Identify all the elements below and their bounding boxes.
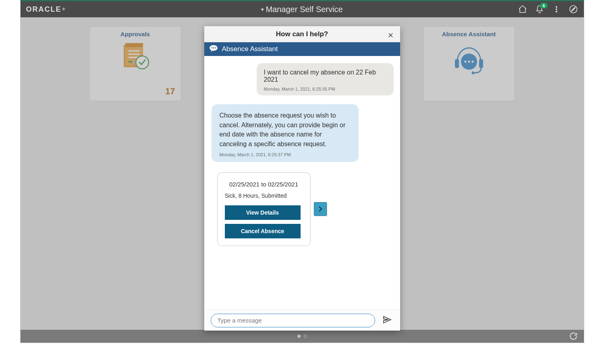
page-title-dropdown[interactable]: ▾Manager Self Service [21,5,584,14]
page-dot-active[interactable] [297,335,301,338]
chat-icon [209,45,218,54]
bot-message-text: Choose the absence request you wish to c… [220,111,351,149]
svg-point-25 [214,47,216,48]
registered-mark: ® [62,7,66,11]
home-icon[interactable] [518,4,527,14]
user-message: I want to cancel my absence on 22 Feb 20… [257,63,394,95]
bot-message: Choose the absence request you wish to c… [212,104,359,162]
svg-point-1 [556,9,557,10]
cancel-absence-button[interactable]: Cancel Absence [225,224,301,238]
notifications-icon[interactable]: 6 [535,4,544,14]
send-button[interactable] [381,313,394,327]
navigator-icon[interactable] [569,4,578,14]
absence-card: 02/25/2021 to 02/25/2021 Sick, 8 Hours, … [217,172,311,246]
topbar-actions: 6 [518,4,578,14]
svg-point-3 [570,6,577,13]
message-timestamp: Monday, March 1, 2021, 6:25:37 PM [220,152,351,157]
top-bar: ORACLE® ▾Manager Self Service 6 [21,1,584,17]
svg-point-2 [556,11,557,12]
next-card-button[interactable] [314,202,327,216]
svg-point-23 [211,47,212,48]
actions-menu-icon[interactable] [552,4,561,14]
user-message-text: I want to cancel my absence on 22 Feb 20… [264,69,386,83]
chevron-down-icon: ▾ [261,6,264,12]
absence-card-row: 02/25/2021 to 02/25/2021 Sick, 8 Hours, … [217,172,394,246]
view-details-button[interactable]: View Details [225,205,301,220]
page-title: Manager Self Service [266,5,342,14]
close-button[interactable]: ✕ [386,29,395,41]
page-dot[interactable] [304,335,307,338]
svg-point-0 [556,6,557,8]
brand-text: ORACLE [26,5,62,14]
message-input[interactable] [211,314,375,327]
brand-logo: ORACLE® [26,5,66,14]
chat-input-bar [204,310,400,331]
notification-badge: 6 [540,3,547,8]
modal-subtitle: Absence Assistant [222,45,278,53]
chat-log: I want to cancel my absence on 22 Feb 20… [204,56,400,310]
modal-title: How can I help? [276,30,328,38]
message-timestamp: Monday, March 1, 2021, 6:25:35 PM [264,87,386,91]
absence-details: Sick, 8 Hours, Submitted [225,192,303,199]
svg-point-24 [213,47,214,48]
bottom-bar [21,330,584,343]
absence-dates: 02/25/2021 to 02/25/2021 [225,181,303,188]
chatbot-modal: How can I help? ✕ Absence Assistant I wa… [204,26,400,331]
refresh-icon[interactable] [569,331,578,343]
modal-header: How can I help? ✕ [204,26,400,42]
modal-subheader: Absence Assistant [204,42,400,56]
